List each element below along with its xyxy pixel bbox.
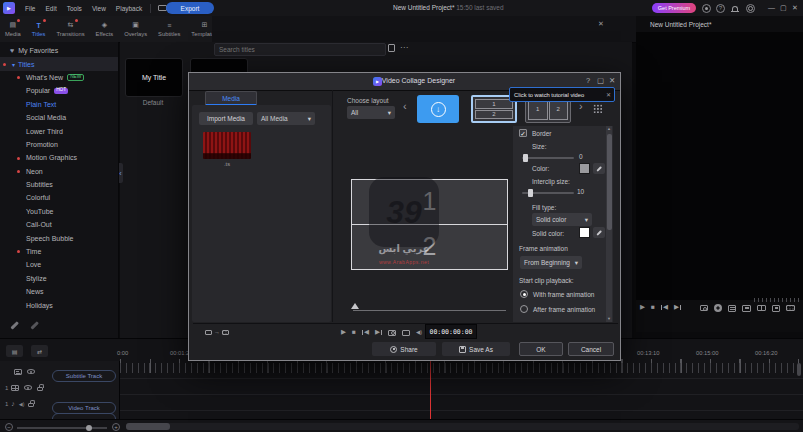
settings-gear-icon[interactable] (746, 4, 755, 13)
ribbon-tab-effects[interactable]: ◈ Effects (96, 20, 114, 37)
layout-filter-dropdown[interactable]: All▾ (347, 106, 395, 119)
minimize-button[interactable]: — (768, 4, 775, 12)
zoom-out-icon[interactable]: − (5, 423, 13, 431)
sidebar-item-whats-new[interactable]: What's NewNEW (0, 71, 118, 84)
menu-view[interactable]: View (87, 5, 111, 12)
preview-scrub-handle[interactable] (351, 303, 359, 309)
after-frame-animation-radio[interactable] (520, 305, 528, 313)
account-icon[interactable] (702, 4, 711, 13)
sidebar-item-love[interactable]: Love (0, 258, 118, 271)
render-preview-icon[interactable] (786, 305, 795, 311)
volume-icon[interactable]: ◀) (416, 330, 422, 336)
previous-frame-icon[interactable]: ◀ (661, 304, 668, 311)
scrollbar-thumb[interactable] (607, 134, 612, 230)
export-button[interactable]: Export (166, 2, 214, 14)
cancel-button[interactable]: Cancel (568, 342, 614, 356)
settings-scrollbar[interactable]: ▲ ▼ (606, 126, 612, 322)
stop-icon[interactable]: ■ (352, 329, 356, 336)
color-wheel-icon[interactable] (714, 304, 722, 312)
sidebar-item-subtitles[interactable]: Subtitles (0, 178, 118, 191)
play-icon[interactable]: ▶ (341, 329, 346, 336)
solid-color-eyedropper-icon[interactable] (593, 227, 605, 238)
ribbon-tab-transitions[interactable]: ⇆ Transitions (56, 20, 84, 37)
sidebar-item-news[interactable]: News (0, 285, 118, 298)
switch-layout-icon[interactable]: → (205, 329, 229, 335)
timeline-toolbox-icon[interactable]: ▤ (6, 345, 23, 357)
horizontal-scrollbar-track[interactable] (126, 423, 799, 430)
lock-icon[interactable] (28, 403, 34, 408)
notifications-bell-icon[interactable] (730, 4, 739, 13)
eye-visibility-icon[interactable] (24, 385, 32, 390)
audio-track-header[interactable]: 1 ♪ ◀) Audio Track (0, 397, 119, 410)
sidebar-item-call-out[interactable]: Call-Out (0, 218, 118, 231)
preview-scrub-track[interactable] (353, 310, 506, 311)
video-track-header[interactable]: 1 Video Track (0, 381, 119, 394)
size-slider-handle[interactable] (523, 154, 528, 162)
sidebar-item-popular[interactable]: PopularHOT (0, 84, 118, 97)
sidebar-item-speech-bubble[interactable]: Speech Bubble (0, 231, 118, 244)
border-checkbox[interactable]: ✓ (519, 129, 527, 137)
download-layout-tile[interactable]: ↓ (417, 95, 459, 123)
sidebar-item-stylize[interactable]: Stylize (0, 272, 118, 285)
layouts-scroll-left-icon[interactable]: ‹ (403, 101, 407, 111)
layout-grid-view-icon[interactable] (593, 104, 602, 113)
text-edit-pen-icon[interactable] (10, 320, 19, 327)
split-screen-icon[interactable] (757, 305, 766, 311)
tutorial-tooltip[interactable]: Click to watch tutorial video ✕ (509, 87, 615, 102)
ribbon-tab-overlays[interactable]: ▣ Overlays (124, 20, 147, 37)
auto-ripple-icon[interactable]: ⇄ (31, 345, 48, 357)
crop-zoom-icon[interactable] (742, 305, 751, 312)
menu-tools[interactable]: Tools (62, 5, 87, 12)
help-icon[interactable]: ? (716, 4, 725, 13)
sidebar-item-promotion[interactable]: Promotion (0, 138, 118, 151)
size-slider-track[interactable] (522, 157, 574, 159)
timeline-ruler-minor-ticks[interactable] (120, 363, 803, 373)
stop-icon[interactable]: ■ (651, 304, 655, 311)
color-eyedropper-icon[interactable] (593, 163, 605, 174)
lock-icon[interactable] (37, 387, 43, 392)
tooltip-close-icon[interactable]: ✕ (603, 91, 614, 98)
dialog-media-tab[interactable]: Media (205, 91, 257, 106)
save-as-button[interactable]: Save As (442, 342, 510, 356)
new-folder-icon[interactable] (388, 44, 395, 53)
playback-settings-icon[interactable] (728, 305, 736, 312)
share-button[interactable]: Share (372, 342, 436, 356)
dialog-close-icon[interactable]: ✕ (609, 76, 615, 85)
snapshot-icon[interactable] (700, 305, 708, 311)
play-icon[interactable]: ▶ (640, 304, 645, 311)
sidebar-item-time[interactable]: Time (0, 245, 118, 258)
interclip-slider-handle[interactable] (528, 189, 533, 197)
previous-frame-icon[interactable]: ◀ (362, 329, 369, 336)
border-color-swatch[interactable] (579, 163, 590, 174)
sidebar-item-youtube[interactable]: YouTube (0, 205, 118, 218)
menu-playback[interactable]: Playback (111, 5, 147, 12)
media-thumbnail-curtain[interactable] (203, 132, 251, 159)
sidebar-item-plain-text[interactable]: Plain Text (0, 98, 118, 111)
scroll-down-icon[interactable]: ▼ (606, 316, 612, 321)
sidebar-item-my-favorites[interactable]: ♥My Favorites (0, 44, 118, 57)
zoom-slider-handle[interactable] (86, 425, 92, 431)
track-name-pill[interactable]: Subtitle Track (52, 370, 116, 382)
subtitle-track-header[interactable]: Subtitle Track (0, 365, 119, 378)
sidebar-item-lower-third[interactable]: Lower Third (0, 124, 118, 137)
vertical-scrollbar-thumb[interactable] (797, 363, 801, 376)
search-input[interactable] (214, 43, 386, 56)
with-frame-animation-radio[interactable] (520, 290, 528, 298)
get-premium-button[interactable]: Get Premium (652, 3, 696, 13)
dialog-maximize-icon[interactable]: ▢ (597, 76, 604, 85)
eye-visibility-icon[interactable] (27, 369, 35, 374)
display-mode-icon[interactable] (402, 330, 410, 336)
close-button[interactable]: ✕ (792, 4, 798, 12)
zoom-slider-track[interactable] (17, 427, 107, 429)
snapshot-icon[interactable] (388, 330, 396, 336)
ribbon-tab-subtitles[interactable]: ≡ Subtitles (158, 20, 180, 37)
next-frame-icon[interactable]: ▶ (674, 304, 681, 311)
sidebar-item-social-media[interactable]: Social Media (0, 111, 118, 124)
import-media-button[interactable]: Import Media (199, 112, 253, 125)
media-filter-dropdown[interactable]: All Media▾ (257, 112, 315, 125)
ok-button[interactable]: OK (519, 342, 563, 356)
layouts-scroll-right-icon[interactable]: › (579, 101, 583, 111)
fullscreen-icon[interactable] (772, 305, 780, 312)
menu-edit[interactable]: Edit (40, 5, 61, 12)
playhead[interactable] (430, 359, 431, 419)
